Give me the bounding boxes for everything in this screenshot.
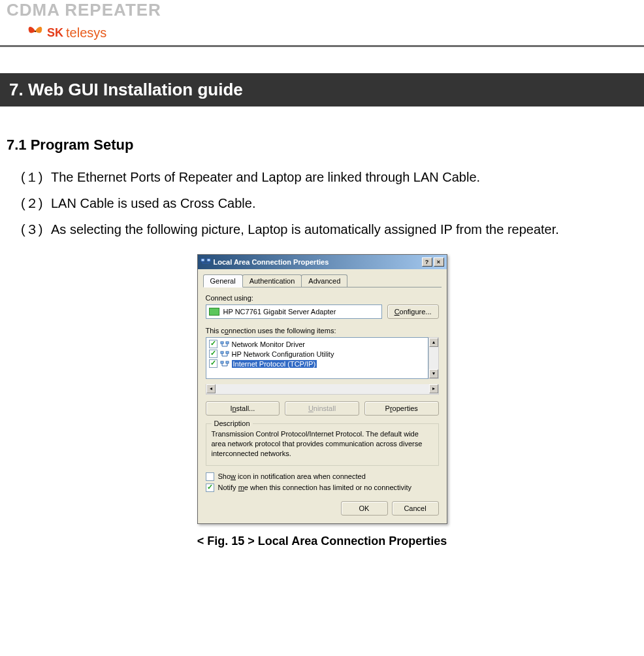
svg-point-0 xyxy=(35,31,36,32)
items-listbox[interactable]: Network Monitor Driver HP Network Config… xyxy=(206,337,428,379)
list-item[interactable]: Internet Protocol (TCP/IP) xyxy=(208,359,427,369)
svg-rect-1 xyxy=(201,259,204,261)
scroll-down-icon[interactable]: ▾ xyxy=(429,369,438,378)
list-item-text: As selecting the following picture, Lapt… xyxy=(51,222,559,237)
list-item: (２)LAN Cable is used as Cross Cable. xyxy=(21,194,637,212)
svg-rect-7 xyxy=(221,361,223,363)
scroll-up-icon[interactable]: ▴ xyxy=(429,338,438,347)
svg-rect-3 xyxy=(221,342,223,344)
checkbox-icon[interactable] xyxy=(209,359,217,368)
description-legend: Description xyxy=(212,419,253,427)
help-button[interactable]: ? xyxy=(422,257,432,267)
notify-label: Notify me when this connection has limit… xyxy=(218,484,412,491)
tab-authentication[interactable]: Authentication xyxy=(242,274,302,287)
network-icon xyxy=(201,257,211,267)
list-item-num: (２) xyxy=(21,194,51,212)
adapter-name: HP NC7761 Gigabit Server Adapter xyxy=(223,308,336,316)
numbered-list: (１)The Ethernet Ports of Repeater and La… xyxy=(7,168,637,238)
brand-sk-text: SK xyxy=(47,26,63,40)
list-item: (３)As selecting the following picture, L… xyxy=(21,220,637,238)
configure-button[interactable]: Configure... xyxy=(387,304,439,319)
svg-rect-2 xyxy=(207,259,210,261)
checkbox-icon[interactable] xyxy=(209,340,217,348)
cancel-button[interactable]: Cancel xyxy=(392,501,439,516)
svg-rect-5 xyxy=(221,352,223,353)
install-button[interactable]: Install... xyxy=(206,401,280,416)
list-item[interactable]: HP Network Configuration Utility xyxy=(208,349,427,359)
connect-using-label: Connect using: xyxy=(206,294,439,302)
description-group: Description Transmission Control Protoco… xyxy=(206,423,439,466)
adapter-icon xyxy=(209,308,219,316)
protocol-icon xyxy=(220,350,229,358)
header-divider xyxy=(0,45,644,47)
tab-advanced[interactable]: Advanced xyxy=(301,274,347,287)
figure-caption: < Fig. 15 > Local Area Connection Proper… xyxy=(7,534,637,548)
tab-strip: General Authentication Advanced xyxy=(203,274,442,287)
list-item-num: (１) xyxy=(21,168,51,186)
item-label: Internet Protocol (TCP/IP) xyxy=(232,360,317,368)
adapter-field: HP NC7761 Gigabit Server Adapter xyxy=(206,304,382,319)
show-icon-label: Show icon in notification area when conn… xyxy=(218,472,366,480)
protocol-icon xyxy=(220,340,229,348)
tab-general[interactable]: General xyxy=(203,274,243,287)
properties-button[interactable]: Properties xyxy=(364,401,439,416)
dialog-title: Local Area Connection Properties xyxy=(214,258,329,266)
show-icon-row[interactable]: Show icon in notification area when conn… xyxy=(206,472,439,481)
scroll-right-icon[interactable]: ▸ xyxy=(429,384,438,393)
list-item-num: (３) xyxy=(21,220,51,238)
scroll-left-icon[interactable]: ◂ xyxy=(206,384,216,393)
svg-rect-8 xyxy=(226,361,229,363)
horizontal-scrollbar[interactable]: ◂ ▸ xyxy=(206,384,439,395)
list-item-text: LAN Cable is used as Cross Cable. xyxy=(51,196,255,210)
protocol-icon xyxy=(220,360,229,368)
section-header: 7. Web GUI Installation guide xyxy=(0,73,644,107)
svg-rect-4 xyxy=(226,342,229,344)
notify-row[interactable]: Notify me when this connection has limit… xyxy=(206,484,439,492)
brand-logo: SK telesys xyxy=(26,24,637,41)
list-item[interactable]: Network Monitor Driver xyxy=(208,339,427,349)
list-item-text: The Ethernet Ports of Repeater and Lapto… xyxy=(51,170,480,184)
svg-rect-6 xyxy=(226,352,229,353)
brand-text: telesys xyxy=(66,25,106,41)
uninstall-button: Uninstall xyxy=(285,401,359,416)
local-area-connection-properties-dialog: Local Area Connection Properties ? × Gen… xyxy=(197,254,447,524)
dialog-titlebar[interactable]: Local Area Connection Properties ? × xyxy=(198,255,447,269)
butterfly-icon xyxy=(26,24,44,41)
page-header-title: CDMA REPEATER xyxy=(7,0,637,20)
description-text: Transmission Control Protocol/Internet P… xyxy=(212,429,433,459)
list-item: (１)The Ethernet Ports of Repeater and La… xyxy=(21,168,637,186)
items-label: This connection uses the following items… xyxy=(206,327,439,335)
checkbox-icon[interactable] xyxy=(206,484,214,492)
vertical-scrollbar[interactable]: ▴ ▾ xyxy=(428,337,439,379)
subsection-heading: 7.1 Program Setup xyxy=(7,137,637,154)
checkbox-icon[interactable] xyxy=(206,472,214,481)
checkbox-icon[interactable] xyxy=(209,350,217,358)
close-button[interactable]: × xyxy=(434,257,444,267)
ok-button[interactable]: OK xyxy=(341,501,388,516)
item-label: HP Network Configuration Utility xyxy=(232,350,334,358)
item-label: Network Monitor Driver xyxy=(232,340,305,348)
